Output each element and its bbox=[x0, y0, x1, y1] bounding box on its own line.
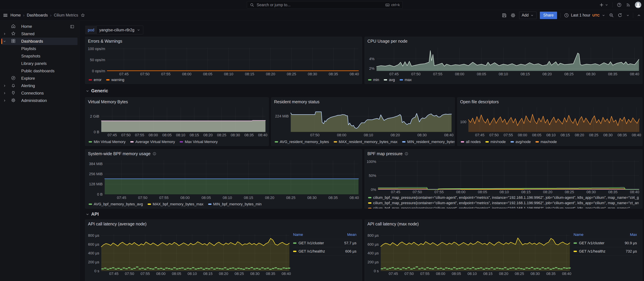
time-range-picker[interactable]: Last 1 hour UTC bbox=[564, 13, 606, 18]
kiosk-caret-up-icon[interactable] bbox=[636, 13, 641, 18]
chart-api-latency-max[interactable]: 0 s200 µs400 µs600 µs800 µs07:4507:5007:… bbox=[365, 220, 642, 281]
legend-row[interactable]: GET /v1/healthz606 µs bbox=[293, 247, 357, 256]
panel-errors-warnings: Errors & Warnings 0 ops/m50 ops/m100 ops… bbox=[85, 37, 362, 84]
legend-item[interactable]: AVG_resident_memory_bytes bbox=[275, 140, 329, 144]
shortcut-label: ctrl+k bbox=[391, 3, 400, 7]
chevron-right-icon[interactable] bbox=[3, 91, 7, 95]
chevron-right-icon[interactable] bbox=[3, 32, 7, 36]
sidebar-item-administration[interactable]: Administration bbox=[1, 97, 78, 104]
legend-item[interactable]: error bbox=[89, 78, 102, 82]
legend-item[interactable]: MIN_bpf_memory_bytes_min bbox=[208, 202, 262, 206]
legend-item[interactable]: warning bbox=[106, 78, 124, 82]
panel-header[interactable]: System-wide BPF memory usage bbox=[85, 149, 362, 158]
timezone-label: UTC bbox=[592, 13, 600, 17]
grafana-logo-icon[interactable] bbox=[3, 1, 10, 8]
breadcrumb-home[interactable]: Home bbox=[10, 13, 21, 17]
panel-header[interactable]: CPU Usage per node bbox=[365, 37, 642, 45]
chart-canvas[interactable]: 0 B128 MiB256 MiB384 MiB07:4507:5007:550… bbox=[85, 149, 362, 208]
legend-row[interactable]: GET /v1/healthz732 µs bbox=[573, 247, 637, 256]
sidebar-item-library-panels[interactable]: Library panels bbox=[1, 60, 78, 67]
legend-item[interactable]: cilium_bpf_map_pressure{container="ciliu… bbox=[368, 195, 638, 200]
dock-menu-icon[interactable] bbox=[70, 24, 74, 29]
chart-bpf-map-pressure[interactable]: 0%50%100%07:4507:5007:5508:0008:0508:100… bbox=[365, 149, 642, 208]
dashboard-settings-icon[interactable] bbox=[510, 13, 516, 18]
legend-item[interactable]: Max Virtual Memory bbox=[180, 140, 218, 144]
section-row-generic[interactable]: Generic bbox=[86, 88, 108, 93]
legend-table-header[interactable]: NameMean bbox=[293, 232, 357, 239]
add-button[interactable]: Add bbox=[519, 12, 536, 19]
svg-text:07:50: 07:50 bbox=[411, 72, 420, 76]
section-row-api[interactable]: API bbox=[86, 212, 99, 217]
legend-item[interactable]: Average Virtual Memory bbox=[130, 140, 175, 144]
svg-text:08:40: 08:40 bbox=[258, 133, 267, 137]
legend-row[interactable]: GET /v1/cluster90.9 µs bbox=[573, 239, 637, 247]
panel-header[interactable]: Open file descriptors bbox=[458, 98, 642, 106]
legend-item[interactable]: MAX_bpf_memory_bytes_max bbox=[148, 202, 204, 206]
panel-header[interactable]: Virtual Memory Bytes bbox=[85, 98, 268, 106]
legend-table-header[interactable]: NameMax bbox=[573, 232, 637, 239]
legend-item[interactable]: avg bbox=[384, 78, 395, 82]
legend-item[interactable]: AVG_bpf_memory_bytes_avg bbox=[89, 202, 143, 206]
breadcrumb-separator: › bbox=[23, 13, 24, 18]
panel-header[interactable]: Resident memory status bbox=[271, 98, 454, 106]
legend-item[interactable]: cilium_bpf_map_pressure{container="ciliu… bbox=[368, 206, 638, 209]
share-button[interactable]: Share bbox=[540, 12, 557, 19]
svg-text:08:40: 08:40 bbox=[350, 196, 359, 200]
sidebar-item-starred[interactable]: Starred bbox=[1, 30, 78, 37]
sidebar-item-explore[interactable]: Explore bbox=[1, 75, 78, 82]
chart-api-latency-avg[interactable]: 0 s200 µs400 µs600 µs800 µs07:4507:5007:… bbox=[85, 220, 362, 281]
svg-text:07:45: 07:45 bbox=[117, 196, 126, 200]
legend-item[interactable]: max/node bbox=[536, 140, 557, 144]
panel-header[interactable]: API call latency (max node) bbox=[365, 220, 642, 228]
svg-text:07:45: 07:45 bbox=[119, 72, 128, 76]
help-icon[interactable] bbox=[617, 2, 622, 7]
panel-header[interactable]: Errors & Warnings bbox=[85, 37, 362, 45]
legend-item[interactable]: Min Virtual Memory bbox=[89, 140, 126, 144]
legend-row[interactable]: GET /v1/cluster57.7 µs bbox=[293, 239, 357, 247]
chevron-right-icon[interactable] bbox=[3, 84, 7, 88]
sidebar-item-snapshots[interactable]: Snapshots bbox=[1, 52, 78, 60]
panel-header[interactable]: BPF map pressure bbox=[365, 149, 642, 158]
svg-text:08:20: 08:20 bbox=[265, 196, 274, 200]
chart-bpf-memory[interactable]: 0 B128 MiB256 MiB384 MiB07:4507:5007:550… bbox=[85, 149, 362, 208]
sidebar-item-playlists[interactable]: Playlists bbox=[1, 45, 78, 52]
info-icon[interactable] bbox=[404, 152, 408, 156]
panel-header[interactable]: API call latency (average node) bbox=[85, 220, 362, 228]
chevron-right-icon[interactable] bbox=[3, 99, 7, 102]
legend-item[interactable]: max bbox=[400, 78, 412, 82]
sidebar-item-alerting[interactable]: Alerting bbox=[1, 82, 78, 89]
legend-item[interactable]: all nodes bbox=[461, 140, 481, 144]
chevron-down-icon[interactable] bbox=[3, 39, 7, 43]
clock-icon bbox=[564, 13, 569, 18]
info-icon[interactable] bbox=[152, 152, 156, 156]
sidebar-item-dashboards[interactable]: Dashboards bbox=[1, 37, 78, 45]
breadcrumb-dashboards[interactable]: Dashboards bbox=[27, 13, 48, 17]
sidebar-item-connections[interactable]: Connections bbox=[1, 89, 78, 97]
search-input[interactable] bbox=[256, 2, 383, 7]
news-icon[interactable] bbox=[626, 2, 631, 7]
favorite-star-icon[interactable] bbox=[80, 13, 85, 17]
save-dashboard-icon[interactable] bbox=[502, 13, 507, 18]
legend-item[interactable]: min bbox=[368, 78, 379, 82]
refresh-icon[interactable] bbox=[617, 13, 622, 18]
menu-toggle-icon[interactable] bbox=[3, 13, 8, 18]
refresh-interval-chevron-icon[interactable] bbox=[626, 13, 630, 17]
new-button[interactable] bbox=[599, 2, 608, 7]
search-bar[interactable]: ctrl+k bbox=[247, 1, 403, 8]
legend-item[interactable]: cilium_bpf_map_pressure{container="ciliu… bbox=[368, 200, 638, 206]
panel-api-latency-avg: API call latency (average node) 0 s200 µ… bbox=[85, 220, 362, 281]
svg-text:08:35: 08:35 bbox=[618, 133, 627, 137]
legend-item[interactable]: avg/node bbox=[510, 140, 531, 144]
legend-item[interactable]: min/node bbox=[486, 140, 506, 144]
svg-text:08:10: 08:10 bbox=[188, 272, 197, 276]
zoom-out-icon[interactable] bbox=[609, 13, 614, 18]
svg-text:08:35: 08:35 bbox=[329, 72, 338, 76]
svg-text:07:50: 07:50 bbox=[490, 133, 499, 137]
legend-item[interactable]: MAX_resident_memory_bytes_max bbox=[334, 140, 398, 144]
user-avatar[interactable] bbox=[635, 2, 641, 8]
sidebar-item-public-dashboards[interactable]: Public dashboards bbox=[1, 67, 78, 75]
legend-item[interactable]: MIN_resident_memory_bytes_min bbox=[402, 140, 455, 144]
svg-text:08:35: 08:35 bbox=[608, 72, 617, 76]
variable-pod-select[interactable]: yangtse-cilium-r8r2g bbox=[96, 26, 143, 34]
sidebar-item-home[interactable]: Home bbox=[1, 23, 78, 30]
